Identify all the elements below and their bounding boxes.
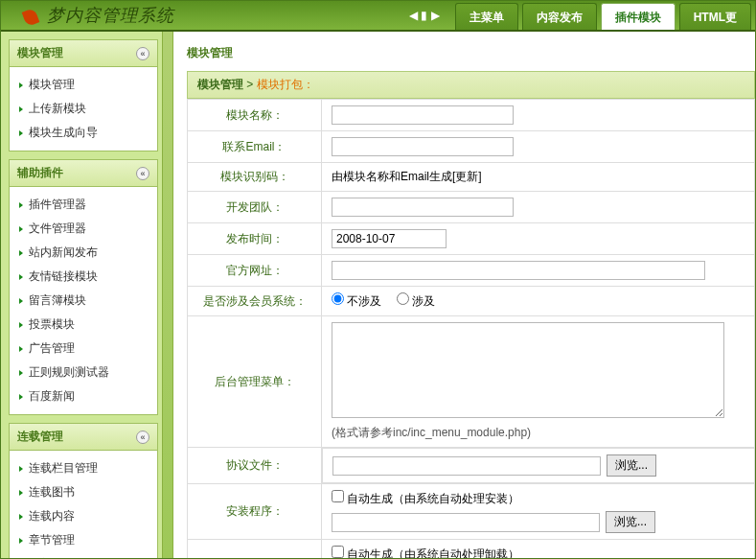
main-content: 模块管理 模块管理 > 模块打包： 模块名称： 联系Email： 模块识别码： …: [173, 32, 755, 558]
label-name: 模块名称：: [188, 100, 322, 131]
arrow-icon: [19, 322, 23, 328]
collapse-icon[interactable]: «: [136, 47, 149, 60]
sidebar-item[interactable]: 正则规则测试器: [10, 361, 157, 384]
name-input[interactable]: [332, 105, 514, 125]
sidebar-item[interactable]: 站内新闻发布: [10, 241, 157, 265]
arrow-icon: [19, 370, 23, 376]
collapse-icon[interactable]: «: [136, 167, 149, 180]
radio-member-no[interactable]: 不涉及: [332, 294, 381, 308]
sidebar-item[interactable]: 连载图书: [10, 480, 157, 504]
arrow-icon: [19, 226, 23, 232]
tab-plugin-module[interactable]: 插件模块: [601, 3, 676, 30]
sidebar-item[interactable]: 模块生成向导: [10, 121, 157, 145]
sidebar-panel-plugins: 辅助插件« 插件管理器 文件管理器 站内新闻发布 友情链接模块 留言簿模块 投票…: [9, 159, 158, 415]
arrow-icon: [19, 274, 23, 280]
arrow-icon: [19, 514, 23, 520]
tab-content-publish[interactable]: 内容发布: [522, 3, 597, 30]
license-input[interactable]: [332, 456, 601, 476]
sidebar-item[interactable]: 上传新模块: [10, 97, 157, 121]
admin-menu-textarea[interactable]: [332, 322, 724, 418]
admin-menu-hint: (格式请参考inc/inc_menu_module.php): [332, 425, 745, 441]
sidebar-panel-title: 辅助插件: [17, 165, 63, 181]
label-admin-menu: 后台管理菜单：: [188, 316, 322, 448]
sidebar-item[interactable]: 插件管理器: [10, 193, 157, 217]
logo: 梦内容管理系统: [1, 4, 193, 27]
sidebar-scrollbar[interactable]: [162, 32, 173, 558]
label-url: 官方网址：: [188, 255, 322, 287]
team-input[interactable]: [332, 198, 514, 217]
sidebar-panel-title: 连载管理: [17, 429, 63, 445]
sidebar-panel-module: 模块管理« 模块管理 上传新模块 模块生成向导: [9, 39, 158, 151]
sidebar-item[interactable]: 更新小说HTML: [10, 552, 157, 558]
tab-html-update[interactable]: HTML更: [679, 3, 751, 30]
arrow-icon: [19, 130, 23, 136]
installer-auto-checkbox[interactable]: 自动生成（由系统自动处理安装）: [332, 492, 519, 505]
arrow-icon: [19, 202, 23, 208]
arrow-icon: [19, 106, 23, 112]
page-title: 模块管理: [187, 45, 755, 61]
arrow-icon: [19, 538, 23, 544]
module-form: 模块名称： 联系Email： 模块识别码： 由模块名称和Email生成[更新] …: [187, 99, 755, 558]
arrow-icon: [19, 394, 23, 400]
collapse-icon[interactable]: «: [136, 431, 149, 444]
logo-leaf-icon: [22, 8, 40, 27]
label-license: 协议文件：: [188, 448, 322, 484]
sidebar-item[interactable]: 广告管理: [10, 337, 157, 361]
arrow-icon: [19, 346, 23, 352]
label-installer: 安装程序：: [188, 484, 322, 540]
sidebar-item[interactable]: 章节管理: [10, 528, 157, 552]
nav-arrows-icon[interactable]: ◀ ▮ ▶: [398, 9, 451, 22]
sidebar-item[interactable]: 百度新闻: [10, 384, 157, 408]
label-pubtime: 发布时间：: [188, 223, 322, 255]
arrow-icon: [19, 250, 23, 256]
system-title: 梦内容管理系统: [47, 6, 174, 25]
identifier-hint: 由模块名称和Email生成[更新]: [332, 170, 482, 183]
top-bar: 梦内容管理系统 ◀ ▮ ▶ 主菜单 内容发布 插件模块 HTML更: [1, 1, 755, 32]
pubtime-input[interactable]: [332, 229, 447, 248]
sidebar-item[interactable]: 连载内容: [10, 504, 157, 528]
browse-button-license[interactable]: 浏览...: [607, 454, 656, 477]
browse-button-installer[interactable]: 浏览...: [606, 511, 655, 533]
sidebar: 模块管理« 模块管理 上传新模块 模块生成向导 辅助插件« 插件管理器 文件管理…: [1, 32, 162, 558]
arrow-icon: [19, 82, 23, 88]
arrow-icon: [19, 298, 23, 304]
email-input[interactable]: [332, 137, 514, 156]
sidebar-item[interactable]: 友情链接模块: [10, 265, 157, 289]
label-email: 联系Email：: [188, 131, 322, 163]
sidebar-item[interactable]: 投票模块: [10, 313, 157, 337]
sidebar-item[interactable]: 模块管理: [10, 73, 157, 97]
radio-member-yes[interactable]: 涉及: [397, 294, 435, 308]
label-team: 开发团队：: [188, 192, 322, 223]
sidebar-panel-title: 模块管理: [17, 45, 63, 61]
label-identifier: 模块识别码：: [188, 163, 322, 192]
arrow-icon: [19, 466, 23, 472]
uninstaller-auto-checkbox[interactable]: 自动生成（由系统自动处理卸载）: [332, 547, 519, 558]
breadcrumb: 模块管理 > 模块打包：: [187, 71, 755, 99]
label-member: 是否涉及会员系统：: [188, 287, 322, 316]
sidebar-panel-serial: 连载管理« 连载栏目管理 连载图书 连载内容 章节管理 更新小说HTML: [9, 423, 158, 558]
sidebar-item[interactable]: 文件管理器: [10, 217, 157, 241]
url-input[interactable]: [332, 261, 705, 280]
tab-main-menu[interactable]: 主菜单: [455, 3, 518, 30]
sidebar-item[interactable]: 连载栏目管理: [10, 456, 157, 480]
label-uninstaller: 删除程序：: [188, 540, 322, 559]
installer-input[interactable]: [332, 513, 600, 532]
sidebar-item[interactable]: 留言簿模块: [10, 289, 157, 313]
arrow-icon: [19, 490, 23, 496]
